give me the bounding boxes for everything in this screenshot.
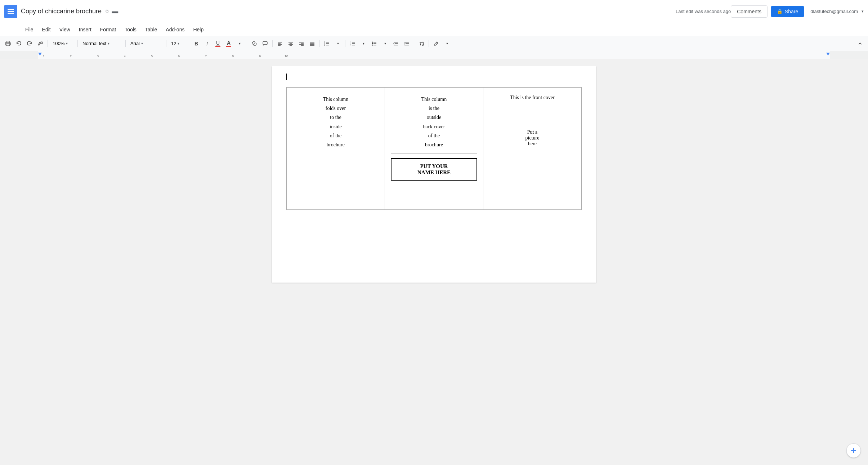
lock-icon: 🔒 bbox=[777, 9, 783, 14]
svg-line-47 bbox=[436, 43, 437, 44]
col3-top-text: This is the front cover bbox=[489, 95, 576, 101]
separator-9 bbox=[345, 40, 345, 47]
share-label: Share bbox=[785, 9, 798, 14]
zoom-value: 100% bbox=[53, 41, 64, 46]
zoom-dropdown-arrow: ▾ bbox=[66, 41, 68, 45]
separator-7 bbox=[272, 40, 273, 47]
menu-view[interactable]: View bbox=[56, 25, 74, 34]
print-button[interactable] bbox=[3, 39, 13, 49]
underline-button[interactable]: U bbox=[213, 39, 223, 49]
user-dropdown-arrow[interactable]: ▾ bbox=[862, 9, 864, 14]
col2-spacer bbox=[391, 181, 477, 202]
folder-icon[interactable]: ▬ bbox=[112, 8, 118, 15]
star-icon[interactable]: ☆ bbox=[104, 8, 109, 15]
toolbar: 100% ▾ Normal text ▾ Arial ▾ 12 ▾ B I U … bbox=[0, 36, 868, 51]
style-select[interactable]: Normal text ▾ bbox=[80, 39, 123, 49]
floating-action-button[interactable] bbox=[846, 443, 861, 458]
zoom-select[interactable]: 100% ▾ bbox=[50, 39, 75, 49]
brochure-col1[interactable]: This columnfolds overto theinsideof theb… bbox=[287, 88, 385, 210]
bold-button[interactable]: B bbox=[191, 39, 201, 49]
menu-table[interactable]: Table bbox=[142, 25, 161, 34]
last-edit-status: Last edit was seconds ago bbox=[676, 9, 731, 14]
font-value: Arial bbox=[130, 41, 140, 46]
col2-top-text: This columnis theoutsideback coverof the… bbox=[391, 95, 477, 149]
insert-link-button[interactable] bbox=[249, 39, 259, 49]
align-left-button[interactable] bbox=[275, 39, 285, 49]
line-spacing-button[interactable] bbox=[322, 39, 332, 49]
align-center-button[interactable] bbox=[286, 39, 296, 49]
style-dropdown-arrow: ▾ bbox=[108, 41, 109, 45]
menu-tools[interactable]: Tools bbox=[121, 25, 140, 34]
text-cursor bbox=[286, 74, 287, 80]
style-value: Normal text bbox=[82, 41, 106, 46]
svg-rect-5 bbox=[263, 41, 267, 45]
underline-color-bar bbox=[215, 46, 220, 47]
line-spacing-dropdown[interactable]: ▾ bbox=[333, 39, 343, 49]
col2-divider bbox=[391, 154, 477, 154]
undo-button[interactable] bbox=[14, 39, 24, 49]
unordered-list-button[interactable] bbox=[369, 39, 379, 49]
ruler-left-margin bbox=[0, 51, 38, 59]
justify-button[interactable] bbox=[307, 39, 317, 49]
clear-formatting-button[interactable]: T bbox=[416, 39, 426, 49]
menu-bar: File Edit View Insert Format Tools Table… bbox=[0, 23, 868, 36]
ordered-list-button[interactable]: 123 bbox=[348, 39, 358, 49]
italic-button[interactable]: I bbox=[202, 39, 212, 49]
ruler-right-indent-triangle[interactable] bbox=[826, 53, 830, 56]
svg-text:T: T bbox=[419, 41, 422, 46]
toolbar-collapse-button[interactable] bbox=[855, 39, 865, 49]
menu-insert[interactable]: Insert bbox=[75, 25, 95, 34]
col1-text: This columnfolds overto theinsideof theb… bbox=[292, 95, 379, 149]
separator-8 bbox=[319, 40, 320, 47]
font-size-select[interactable]: 12 ▾ bbox=[169, 39, 187, 49]
ordered-list-dropdown[interactable]: ▾ bbox=[358, 39, 368, 49]
document-area: This columnfolds overto theinsideof theb… bbox=[0, 59, 868, 465]
user-email: dlastutech@gmail.com bbox=[810, 9, 858, 14]
svg-point-35 bbox=[372, 41, 373, 43]
svg-line-6 bbox=[263, 45, 264, 45]
share-button[interactable]: 🔒 Share bbox=[771, 6, 804, 17]
ruler: 1 2 3 4 5 6 7 8 9 10 bbox=[0, 51, 868, 59]
comments-button[interactable]: Comments bbox=[731, 5, 768, 18]
menu-format[interactable]: Format bbox=[97, 25, 120, 34]
text-color-icon: A bbox=[227, 40, 231, 46]
separator-3 bbox=[125, 40, 126, 47]
text-color-dropdown[interactable]: ▾ bbox=[234, 39, 245, 49]
drawing-button[interactable] bbox=[431, 39, 441, 49]
separator-2 bbox=[77, 40, 78, 47]
col3-bottom-text: Put apicturehere bbox=[489, 129, 576, 147]
app-menu-button[interactable] bbox=[4, 5, 17, 18]
ruler-left-indent-triangle[interactable] bbox=[38, 53, 42, 56]
align-right-button[interactable] bbox=[296, 39, 307, 49]
font-select[interactable]: Arial ▾ bbox=[128, 39, 164, 49]
text-color-button[interactable]: A bbox=[224, 39, 234, 49]
separator-10 bbox=[414, 40, 414, 47]
separator-6 bbox=[247, 40, 247, 47]
increase-indent-button[interactable] bbox=[402, 39, 412, 49]
menu-help[interactable]: Help bbox=[189, 25, 207, 34]
text-color-bar bbox=[226, 46, 231, 47]
menu-addons[interactable]: Add-ons bbox=[162, 25, 188, 34]
menu-file[interactable]: File bbox=[22, 25, 37, 34]
insert-comment-button[interactable] bbox=[260, 39, 270, 49]
redo-button[interactable] bbox=[24, 39, 35, 49]
unordered-list-dropdown[interactable]: ▾ bbox=[380, 39, 390, 49]
paint-format-button[interactable] bbox=[35, 39, 45, 49]
brochure-col2[interactable]: This columnis theoutsideback coverof the… bbox=[385, 88, 483, 210]
separator-11 bbox=[429, 40, 429, 47]
font-size-dropdown-arrow: ▾ bbox=[178, 41, 179, 45]
document-title: Copy of chiccarine brochure bbox=[21, 8, 102, 15]
svg-rect-0 bbox=[6, 41, 10, 43]
svg-text:3: 3 bbox=[350, 44, 352, 46]
decrease-indent-button[interactable] bbox=[391, 39, 401, 49]
brochure-col3[interactable]: This is the front cover Put apicturehere bbox=[483, 88, 582, 210]
ruler-tick-area: 1 2 3 4 5 6 7 8 9 10 bbox=[38, 51, 830, 59]
separator-1 bbox=[48, 40, 48, 47]
menu-edit[interactable]: Edit bbox=[39, 25, 54, 34]
drawing-dropdown[interactable]: ▾ bbox=[442, 39, 452, 49]
ruler-right-margin bbox=[830, 51, 868, 59]
font-dropdown-arrow: ▾ bbox=[141, 41, 143, 45]
svg-point-37 bbox=[372, 44, 373, 45]
svg-point-36 bbox=[372, 43, 373, 44]
name-box[interactable]: PUT YOURNAME HERE bbox=[391, 158, 477, 181]
